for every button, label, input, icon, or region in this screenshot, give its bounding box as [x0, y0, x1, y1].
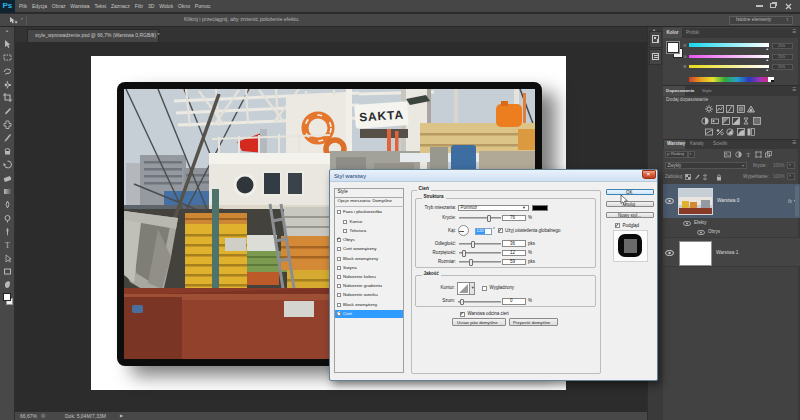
svg-text:T: T [746, 151, 750, 158]
svg-text:T: T [5, 241, 10, 250]
